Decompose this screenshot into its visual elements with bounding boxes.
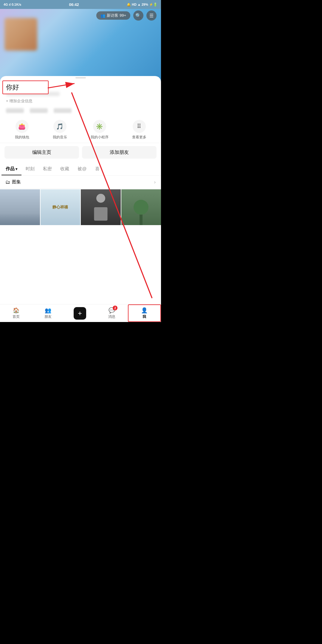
tab-mentioned[interactable]: 被@ <box>73 163 91 175</box>
tab-works[interactable]: 作品 <box>1 163 21 175</box>
visitors-button[interactable]: 👥 新访客 99+ <box>96 11 130 20</box>
music-action[interactable]: 🎵 我的音乐 <box>53 120 67 140</box>
status-time: 06:42 <box>69 2 79 7</box>
nav-profile-label: 我 <box>143 314 146 319</box>
layers-icon: 🗂 <box>5 179 10 185</box>
tab-liked[interactable]: 喜 <box>91 163 104 175</box>
thumbnail-1[interactable] <box>0 189 40 225</box>
messages-badge-container: 💬 2 <box>109 307 115 314</box>
thumbnail-3[interactable] <box>81 189 121 225</box>
nav-messages[interactable]: 💬 2 消息 <box>96 304 128 322</box>
nav-friends[interactable]: 👥 朋友 <box>32 304 64 322</box>
more-label: 查看更多 <box>132 135 146 140</box>
nav-home-label: 首页 <box>13 314 20 319</box>
music-label: 我的音乐 <box>53 135 67 140</box>
wallet-label: 我的钱包 <box>15 135 29 140</box>
stats-row <box>0 107 161 114</box>
add-company[interactable]: + 增加企业信息 <box>6 98 155 104</box>
status-bar: 4G ıl 0.1K/s 06:42 🔔 HD ▲ 29% ⚡🔋 <box>0 0 161 9</box>
thumbnail-4[interactable] <box>121 189 161 225</box>
greeting-text: 你好 <box>6 83 19 91</box>
tab-moments[interactable]: 时刻 <box>21 163 39 175</box>
nav-profile[interactable]: 👤 我 <box>128 304 161 322</box>
menu-button[interactable]: ☰ <box>146 10 157 21</box>
drag-indicator <box>75 77 86 78</box>
create-plus-icon: + <box>74 307 86 320</box>
more-action[interactable]: ⠿ 查看更多 <box>132 120 146 140</box>
miniapp-action[interactable]: ✳️ 我的小程序 <box>91 120 109 140</box>
nav-friends-label: 朋友 <box>44 314 52 319</box>
friends-icon: 👥 <box>45 307 51 314</box>
top-actions: 👥 新访客 99+ 🔍 ☰ <box>0 10 161 21</box>
thumbnail-grid: 静心祥禧 <box>0 189 161 226</box>
thumbnail-2[interactable]: 静心祥禧 <box>41 189 80 225</box>
bottom-nav: 🏠 首页 👥 朋友 + 💬 2 消息 👤 我 <box>0 304 161 322</box>
home-icon: 🏠 <box>13 307 19 314</box>
action-buttons: 编辑主页 添加朋友 <box>0 143 161 163</box>
white-card: + 增加企业信息 👛 我的钱包 🎵 我的音乐 ✳️ 我的小程序 ⠿ 查看更多 编… <box>0 76 161 304</box>
status-signal: 4G ıl 0.1K/s <box>4 3 21 6</box>
gallery-header[interactable]: 🗂 图集 › <box>0 176 161 189</box>
miniapp-icon: ✳️ <box>93 120 106 133</box>
profile-icon: 👤 <box>141 307 148 314</box>
content-tabs: 作品 时刻 私密 收藏 被@ 喜 <box>0 163 161 176</box>
miniapp-label: 我的小程序 <box>91 135 109 140</box>
tab-private[interactable]: 私密 <box>39 163 56 175</box>
search-button[interactable]: 🔍 <box>133 10 143 21</box>
messages-badge: 2 <box>113 306 117 310</box>
music-icon: 🎵 <box>53 120 66 133</box>
avatar <box>4 18 37 51</box>
wallet-action[interactable]: 👛 我的钱包 <box>15 120 29 140</box>
quick-actions: 👛 我的钱包 🎵 我的音乐 ✳️ 我的小程序 ⠿ 查看更多 <box>0 114 161 143</box>
nav-home[interactable]: 🏠 首页 <box>0 304 32 322</box>
thumbnail-2-text: 静心祥禧 <box>52 205 68 210</box>
nav-messages-label: 消息 <box>108 314 115 319</box>
status-icons: 🔔 HD ▲ 29% ⚡🔋 <box>127 3 157 7</box>
gallery-title-text: 图集 <box>12 179 21 185</box>
greeting-annotation-box: 你好 <box>2 80 49 94</box>
nav-create[interactable]: + <box>64 304 96 322</box>
chevron-right-icon: › <box>154 179 156 185</box>
tab-favorites[interactable]: 收藏 <box>56 163 73 175</box>
add-friend-button[interactable]: 添加朋友 <box>82 146 157 159</box>
edit-home-button[interactable]: 编辑主页 <box>4 146 79 159</box>
more-icon: ⠿ <box>133 120 146 133</box>
wallet-icon: 👛 <box>16 120 29 133</box>
